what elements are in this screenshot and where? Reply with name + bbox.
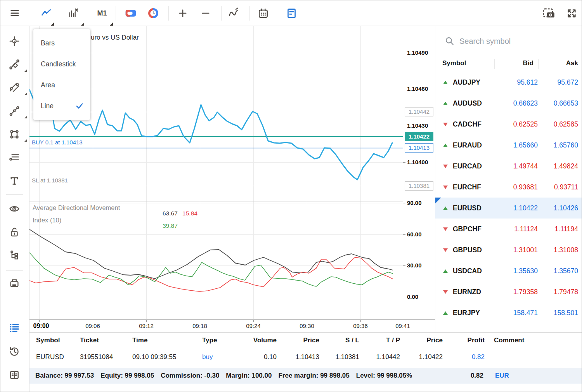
menu-item-candlestick[interactable]: Candlestick bbox=[33, 54, 90, 75]
ask-price[interactable]: 1.31008 bbox=[538, 246, 578, 254]
ask-price[interactable]: 158.501 bbox=[538, 309, 578, 317]
market-watch-row[interactable]: GBPCHF1.111241.11194 bbox=[435, 219, 582, 239]
zoom-in-button[interactable] bbox=[175, 5, 191, 21]
ask-price[interactable]: 1.11194 bbox=[538, 225, 578, 233]
position-price: 1.10413 bbox=[296, 353, 319, 361]
col-ticket: Ticket bbox=[80, 336, 99, 344]
column-bid[interactable]: Bid bbox=[523, 59, 534, 67]
bid-price[interactable]: 95.612 bbox=[497, 78, 538, 87]
ask-price[interactable]: 1.79478 bbox=[538, 288, 578, 296]
ask-price[interactable]: 0.62585 bbox=[538, 120, 578, 128]
print-button[interactable] bbox=[6, 275, 23, 292]
menu-button[interactable] bbox=[7, 5, 23, 21]
bid-price[interactable]: 0.93681 bbox=[497, 183, 538, 191]
bid-price[interactable]: 1.65660 bbox=[497, 141, 538, 149]
lock-objects-button[interactable] bbox=[6, 224, 23, 241]
market-watch-row[interactable]: CADCHF0.625250.62585 bbox=[435, 114, 582, 135]
bid-price[interactable]: 1.79358 bbox=[497, 288, 538, 296]
market-watch-row[interactable]: EURCHF0.936810.93711 bbox=[435, 177, 582, 198]
chart-type-line-icon bbox=[41, 8, 52, 19]
ask-price[interactable]: 1.35670 bbox=[538, 267, 578, 275]
crosshair-icon bbox=[9, 35, 20, 47]
search-input[interactable] bbox=[459, 35, 572, 48]
bid-price[interactable]: 1.31001 bbox=[497, 246, 538, 254]
journal-panel-button[interactable] bbox=[6, 366, 23, 383]
account-item: Commission: -0.30 bbox=[161, 372, 219, 379]
trade-panel-button[interactable] bbox=[6, 319, 23, 336]
fibonacci-tool-button[interactable] bbox=[6, 149, 23, 166]
zoom-out-button[interactable] bbox=[198, 5, 213, 21]
price-tick: 1.10460 bbox=[407, 85, 428, 93]
symbol-search[interactable] bbox=[435, 26, 582, 56]
ask-price[interactable]: 95.672 bbox=[538, 78, 578, 87]
buy-order-label[interactable]: BUY 0.1 at 1.10413 bbox=[32, 139, 83, 146]
history-clock-icon bbox=[9, 346, 20, 357]
bid-price[interactable]: 1.11124 bbox=[497, 225, 538, 233]
bid-price[interactable]: 0.62525 bbox=[497, 120, 538, 128]
market-watch-row[interactable]: EURJPY158.471158.501 bbox=[435, 302, 582, 323]
calendar-button[interactable] bbox=[255, 5, 271, 21]
add-indicator-button[interactable] bbox=[226, 5, 241, 21]
account-currency[interactable]: EUR bbox=[495, 372, 509, 380]
ask-price[interactable]: 0.93711 bbox=[538, 183, 578, 191]
col-tp: T / P bbox=[386, 336, 400, 344]
ask-price[interactable]: 1.49824 bbox=[538, 162, 578, 170]
toolbar-separator bbox=[221, 6, 222, 21]
dropdown-corner-icon bbox=[24, 69, 27, 72]
price-down-icon bbox=[443, 290, 448, 294]
market-watch-row[interactable]: AUDUSD0.666230.66653 bbox=[435, 93, 582, 114]
time-axis[interactable]: 09:00 09:06 09:12 09:18 09:24 09:30 09:3… bbox=[29, 319, 435, 332]
polyline-tool-button[interactable] bbox=[6, 102, 23, 120]
price-axis[interactable]: 1.10490 1.10460 1.10430 1.10400 1.10442 … bbox=[403, 26, 435, 319]
chart-type-button[interactable] bbox=[38, 5, 54, 21]
market-watch-row[interactable]: AUDJPY95.61295.672 bbox=[435, 72, 582, 93]
check-icon bbox=[76, 102, 83, 109]
ask-price[interactable]: 1.10426 bbox=[538, 204, 578, 212]
column-ask[interactable]: Ask bbox=[566, 59, 578, 67]
column-symbol[interactable]: Symbol bbox=[442, 59, 466, 67]
remove-indicators-button[interactable] bbox=[66, 5, 81, 21]
bid-price[interactable]: 1.35630 bbox=[497, 267, 538, 275]
object-tree-button[interactable] bbox=[6, 247, 23, 264]
bid-price[interactable]: 158.471 bbox=[497, 309, 538, 317]
market-watch-row[interactable]: EURUSD1.104221.10426 bbox=[435, 198, 582, 219]
chart-title: uro vs US Dollar bbox=[91, 34, 139, 42]
visibility-button[interactable] bbox=[6, 200, 23, 217]
price-tick: 1.10490 bbox=[407, 49, 428, 57]
symbol-name: GBPCHF bbox=[453, 225, 495, 233]
history-panel-button[interactable] bbox=[6, 343, 23, 360]
bid-price[interactable]: 0.66623 bbox=[497, 99, 538, 108]
objects-list-button[interactable] bbox=[284, 5, 299, 21]
menu-item-area[interactable]: Area bbox=[33, 75, 90, 95]
timeframe-button[interactable]: M1 bbox=[94, 5, 110, 21]
price-up-icon bbox=[443, 81, 448, 84]
fullscreen-button[interactable] bbox=[564, 5, 579, 21]
trendlines-tool-button[interactable] bbox=[6, 79, 23, 96]
market-watch-row[interactable]: EURCAD1.497441.49824 bbox=[435, 156, 582, 177]
market-hours-button[interactable] bbox=[146, 5, 161, 21]
zoom-in-icon bbox=[177, 8, 188, 19]
screenshot-button[interactable] bbox=[541, 5, 557, 21]
menu-item-bars[interactable]: Bars bbox=[33, 33, 90, 54]
market-watch-row[interactable]: GBPUSD1.310011.31008 bbox=[435, 239, 582, 260]
price-tick: 1.10400 bbox=[407, 158, 428, 166]
market-watch-row[interactable]: EURAUD1.656601.65760 bbox=[435, 135, 582, 156]
stop-loss-label[interactable]: SL at 1.10381 bbox=[32, 177, 68, 184]
shapes-tool-button[interactable] bbox=[6, 126, 23, 143]
menu-item-line[interactable]: Line bbox=[33, 95, 90, 116]
ruler-tool-button[interactable] bbox=[6, 56, 23, 73]
ask-price[interactable]: 1.65760 bbox=[538, 141, 578, 149]
bid-price[interactable]: 1.10422 bbox=[497, 204, 538, 212]
position-row[interactable]: EURUSD 319551084 09.10 09:39:55 buy 0.10… bbox=[29, 349, 582, 368]
market-watch-row[interactable]: EURNZD1.793581.79478 bbox=[435, 281, 582, 302]
toolbar-separator bbox=[168, 6, 169, 21]
one-click-trading-button[interactable] bbox=[123, 5, 139, 21]
drawing-tools-sidebar bbox=[0, 26, 29, 392]
bid-price[interactable]: 1.49744 bbox=[497, 162, 538, 170]
text-tool-button[interactable] bbox=[6, 172, 23, 189]
indicator-name: Average Directional Movement Index (10) bbox=[33, 201, 120, 226]
ask-price[interactable]: 0.66653 bbox=[538, 99, 578, 108]
price-down-icon bbox=[443, 165, 448, 168]
crosshair-tool-button[interactable] bbox=[6, 33, 23, 50]
market-watch-row[interactable]: USDCAD1.356301.35670 bbox=[435, 260, 582, 281]
